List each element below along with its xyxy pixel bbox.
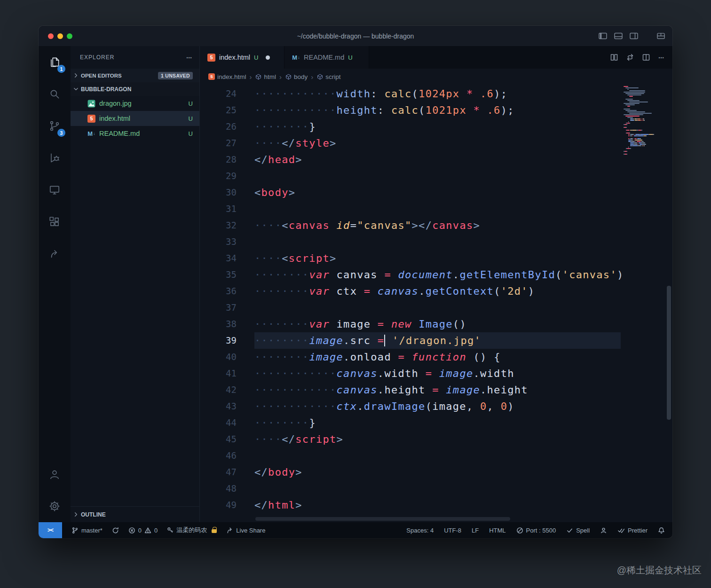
activitybar-live-share[interactable] <box>39 238 71 270</box>
language-status[interactable]: HTML <box>489 527 506 534</box>
code-line-27[interactable]: 27····</style> <box>200 135 672 151</box>
code-line-43[interactable]: 43············ctx.drawImage(image, 0, 0) <box>200 398 672 415</box>
whitespace-dots: ···· <box>254 433 282 445</box>
breadcrumb-separator: › <box>250 73 252 81</box>
breadcrumb-item-html[interactable]: html <box>255 73 276 80</box>
breadcrumb-item-body[interactable]: body <box>285 73 308 80</box>
customize-layout-icon[interactable] <box>657 32 665 39</box>
file-name: index.html <box>99 115 130 122</box>
code-line-42[interactable]: 42············canvas.height = image.heig… <box>200 382 672 398</box>
breadcrumb-separator: › <box>311 73 313 81</box>
check-icon <box>566 527 573 534</box>
code-line-37[interactable]: 37 <box>200 299 672 316</box>
key-icon <box>167 527 174 533</box>
activitybar-remote-explorer[interactable] <box>39 174 71 206</box>
open-changes-icon[interactable] <box>626 54 634 61</box>
toggle-panel-icon[interactable] <box>614 32 623 39</box>
activitybar-extensions[interactable] <box>39 206 71 238</box>
live-share-icon <box>226 527 233 534</box>
code-line-28[interactable]: 28</head> <box>200 151 672 168</box>
sync-status[interactable] <box>112 527 119 534</box>
horizontal-scrollbar[interactable] <box>255 517 510 521</box>
git-branch-status[interactable]: master* <box>71 527 103 534</box>
activitybar-run-debug[interactable] <box>39 142 71 174</box>
tab-README.md[interactable]: M↓README.mdU <box>284 46 369 69</box>
prettier-status[interactable]: Prettier <box>617 527 648 534</box>
activitybar-account[interactable] <box>39 458 71 490</box>
activitybar-source-control[interactable]: 3 <box>39 110 71 142</box>
encoding-status[interactable]: UTF-8 <box>444 527 461 534</box>
eol-status[interactable]: LF <box>472 527 479 534</box>
code-line-33[interactable]: 33 <box>200 234 672 250</box>
image-icon <box>87 100 95 108</box>
code-line-38[interactable]: 38········var image = new Image() <box>200 316 672 332</box>
activitybar-settings[interactable] <box>39 490 71 522</box>
indentation-status[interactable]: Spaces: 4 <box>406 527 434 534</box>
breadcrumb-label: body <box>294 73 308 80</box>
code-line-45[interactable]: 45····</script> <box>200 431 672 447</box>
breadcrumb-item-script[interactable]: script <box>316 73 340 80</box>
code-line-48[interactable]: 48 <box>200 480 672 497</box>
code-line-30[interactable]: 30<body> <box>200 184 672 201</box>
activitybar-search[interactable] <box>39 78 71 110</box>
code-line-31[interactable]: 31 <box>200 201 672 217</box>
zoom-button[interactable] <box>67 33 72 39</box>
code-line-29[interactable]: 29 <box>200 168 672 184</box>
live-share-status[interactable]: Live Share <box>226 527 265 534</box>
whitespace-dots: ···· <box>254 220 282 231</box>
tab-index.html[interactable]: 5index.htmlU <box>200 46 284 69</box>
file-row-index.html[interactable]: 5index.htmlU <box>71 111 199 126</box>
spell-status[interactable]: Spell <box>566 527 590 534</box>
code-line-44[interactable]: 44········} <box>200 415 672 431</box>
close-button[interactable] <box>48 33 54 39</box>
remote-indicator[interactable]: >< <box>39 522 62 538</box>
file-row-dragon.jpg[interactable]: dragon.jpgU <box>71 96 199 111</box>
code-lines: 24············width: calc(1024px * .6);2… <box>200 86 672 513</box>
minimize-button[interactable] <box>57 33 63 39</box>
code-line-34[interactable]: 34····<script> <box>200 250 672 267</box>
code-line-47[interactable]: 47</body> <box>200 464 672 480</box>
outline-section[interactable]: OUTLINE <box>71 506 199 522</box>
code-line-39[interactable]: 39········image.src = '/dragon.jpg' <box>200 332 672 349</box>
line-number: 33 <box>200 234 237 250</box>
feedback-status[interactable] <box>600 527 607 534</box>
vertical-scrollbar[interactable] <box>667 286 671 420</box>
code-editor[interactable]: 24············width: calc(1024px * .6);2… <box>200 85 672 522</box>
line-number: 36 <box>200 283 237 299</box>
code-line-36[interactable]: 36········var ctx = canvas.getContext('2… <box>200 283 672 299</box>
code-line-49[interactable]: 49</html> <box>200 497 672 513</box>
error-icon <box>128 527 135 534</box>
sync-icon <box>112 527 119 534</box>
code-line-26[interactable]: 26········} <box>200 118 672 135</box>
open-preview-icon[interactable] <box>610 54 618 61</box>
sidebar-more-icon[interactable]: ··· <box>186 54 192 62</box>
code-line-24[interactable]: 24············width: calc(1024px * .6); <box>200 86 672 102</box>
toggle-sidebar-icon[interactable] <box>599 32 607 39</box>
toggle-secondary-sidebar-icon[interactable] <box>630 32 638 39</box>
file-row-README.md[interactable]: M↓README.mdU <box>71 126 199 141</box>
chevron-right-icon <box>73 73 79 78</box>
split-editor-icon[interactable] <box>642 54 650 61</box>
notifications-status[interactable] <box>658 527 665 534</box>
breadcrumb-item-index.html[interactable]: 5index.html <box>208 73 246 80</box>
code-line-32[interactable]: 32····<canvas id="canvas"></canvas> <box>200 217 672 234</box>
code-line-41[interactable]: 41············canvas.width = image.width <box>200 365 672 382</box>
modified-dot-icon[interactable] <box>266 55 270 60</box>
folder-section[interactable]: BUBBLE-DRAGON <box>71 82 199 96</box>
code-line-25[interactable]: 25············height: calc(1021px * .6); <box>200 102 672 118</box>
account-status[interactable]: 温柔的码农 <box>167 526 217 534</box>
minimap[interactable] <box>624 86 665 155</box>
code-text: ····<script> <box>254 250 621 267</box>
more-actions-icon[interactable]: ··· <box>658 54 664 62</box>
code-line-40[interactable]: 40········image.onload = function () { <box>200 349 672 365</box>
live-server-port-status[interactable]: Port : 5500 <box>516 527 556 534</box>
warning-count: 0 <box>154 527 158 534</box>
open-editors-section[interactable]: OPEN EDITORS 1 UNSAVED <box>71 69 199 82</box>
code-line-35[interactable]: 35········var canvas = document.getEleme… <box>200 267 672 283</box>
code-text: ············ctx.drawImage(image, 0, 0) <box>254 398 621 415</box>
problems-status[interactable]: 0 0 <box>128 527 158 534</box>
code-line-46[interactable]: 46 <box>200 447 672 464</box>
activitybar-explorer[interactable]: 1 <box>39 46 71 78</box>
code-text: </head> <box>254 151 621 168</box>
line-number: 31 <box>200 201 237 217</box>
